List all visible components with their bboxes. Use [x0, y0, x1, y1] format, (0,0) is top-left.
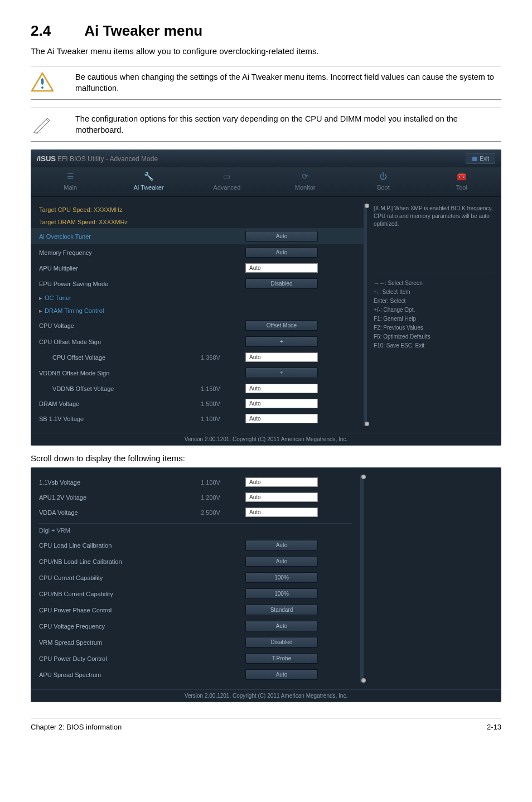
dropdown-value[interactable]: Auto [245, 556, 318, 567]
scrollbar-2[interactable] [360, 475, 364, 683]
setting-row[interactable]: VDDNB Offset Mode Sign+ [31, 365, 364, 381]
setting-label: CPU Power Phase Control [39, 607, 201, 613]
readout-value: 1.500V [201, 400, 245, 407]
setting-row[interactable]: CPU VoltageOffset Mode [31, 317, 364, 334]
setting-row[interactable]: SB 1.1V Voltage1.100VAuto [31, 411, 364, 426]
bios-left-panel: Target CPU Speed: XXXXMHzTarget DRAM Spe… [31, 197, 364, 433]
setting-label: CPU Voltage [39, 322, 201, 329]
input-value[interactable]: Auto [245, 263, 318, 273]
tab-boot[interactable]: ⏻Boot [344, 167, 422, 196]
key-hint: F2: Previous Values [374, 323, 494, 332]
exit-icon [472, 156, 477, 162]
setting-row[interactable]: CPU Offset Voltage1.368VAuto [31, 350, 364, 365]
tab-tool[interactable]: 🧰Tool [423, 167, 501, 196]
dropdown-value[interactable]: Disabled [245, 278, 318, 289]
exit-button[interactable]: Exit [466, 153, 495, 164]
setting-row[interactable]: APU Spread SpectrumAuto [31, 666, 360, 683]
setting-label: Ai Overclock Tuner [39, 233, 201, 240]
scroll-up-icon-2[interactable] [361, 475, 366, 479]
setting-row[interactable]: VRM Spread SpectrumDisabled [31, 634, 360, 650]
input-value[interactable]: Auto [245, 477, 318, 487]
setting-label: 1.1Vsb Voltage [39, 479, 201, 486]
setting-row[interactable]: Ai Overclock TunerAuto [31, 228, 364, 244]
tab-ai-tweaker[interactable]: 🔧Ai Tweaker [109, 167, 187, 196]
tab-main[interactable]: ☰Main [31, 167, 109, 196]
setting-row[interactable]: CPU Power Phase ControlStandard [31, 602, 360, 618]
wrench-icon: 🔧 [109, 172, 187, 182]
key-hint: →←: Select Screen [374, 279, 494, 288]
input-value[interactable]: Auto [245, 492, 318, 502]
dropdown-value[interactable]: T.Probe [245, 653, 318, 664]
key-hint: Enter: Select [374, 297, 494, 306]
page-footer: Chapter 2: BIOS information 2-13 [31, 718, 501, 731]
setting-row[interactable]: CPU Load Line CalibrationAuto [31, 537, 360, 553]
setting-row[interactable]: DRAM Voltage1.500VAuto [31, 396, 364, 411]
dropdown-value[interactable]: Auto [245, 621, 318, 631]
setting-label: Memory Frequency [39, 249, 201, 256]
section-number: 2.4 [31, 22, 81, 40]
scroll-down-icon-2[interactable] [361, 678, 366, 683]
setting-row[interactable]: CPU Power Duty ControlT.Probe [31, 650, 360, 666]
tab-advanced[interactable]: ▭Advanced [188, 167, 266, 196]
setting-row[interactable]: Memory FrequencyAuto [31, 244, 364, 260]
key-hints: →←: Select Screen↑↓: Select ItemEnter: S… [374, 279, 494, 350]
input-value[interactable]: Auto [245, 399, 318, 408]
setting-row[interactable]: CPU Current Capability100% [31, 569, 360, 586]
setting-row[interactable]: 1.1Vsb Voltage1.100VAuto [31, 475, 360, 490]
bios-window-scroll: 1.1Vsb Voltage1.100VAutoAPU1.2V Voltage1… [31, 467, 501, 702]
help-text: [X.M.P.] When XMP is enabled BCLK freque… [374, 205, 494, 273]
setting-row[interactable]: ▸OC Tuner [31, 292, 364, 305]
setting-label: EPU Power Saving Mode [39, 281, 201, 287]
setting-row[interactable]: Target CPU Speed: XXXXMHz [31, 204, 364, 216]
input-value[interactable]: Auto [245, 414, 318, 423]
svg-point-0 [41, 78, 44, 85]
warning-icon [31, 72, 54, 92]
input-value[interactable]: Auto [245, 384, 318, 393]
dropdown-value[interactable]: 100% [245, 572, 318, 583]
bios-right-panel: [X.M.P.] When XMP is enabled BCLK freque… [367, 197, 501, 433]
setting-label: VDDNB Offset Voltage [39, 385, 201, 392]
readout-value: 2.500V [201, 509, 245, 516]
setting-row[interactable]: ▸DRAM Timing Control [31, 305, 364, 317]
setting-label: APU Spread Spectrum [39, 671, 201, 678]
setting-row[interactable]: EPU Power Saving ModeDisabled [31, 276, 364, 292]
tab-monitor[interactable]: ⟳Monitor [266, 167, 344, 196]
setting-label: CPU Power Duty Control [39, 655, 201, 662]
dropdown-value[interactable]: Offset Mode [245, 320, 318, 331]
input-value[interactable]: Auto [245, 508, 318, 517]
dropdown-value[interactable]: + [245, 368, 318, 378]
setting-row[interactable]: APU1.2V Voltage1.200VAuto [31, 490, 360, 505]
dropdown-value[interactable]: Disabled [245, 637, 318, 648]
readout-value: 1.200V [201, 494, 245, 501]
setting-row[interactable]: VDDA Voltage2.500VAuto [31, 505, 360, 520]
footer-right: 2-13 [487, 723, 501, 731]
setting-row[interactable]: Target DRAM Speed: XXXXMHz [31, 216, 364, 228]
dropdown-value[interactable]: + [245, 336, 318, 347]
setting-row[interactable]: VDDNB Offset Voltage1.150VAuto [31, 381, 364, 396]
setting-label: CPU Offset Voltage [39, 354, 201, 361]
setting-row[interactable]: CPU/NB Current Capability100% [31, 586, 360, 602]
warning-text: Be cautious when changing the settings o… [75, 72, 501, 94]
dropdown-value[interactable]: Auto [245, 247, 318, 258]
key-hint: F5: Optimized Defaults [374, 332, 494, 341]
setting-label: VRM Spread Spectrum [39, 639, 201, 646]
dropdown-value[interactable]: Standard [245, 605, 318, 615]
setting-label: CPU Load Line Calibration [39, 542, 201, 549]
readout-value: 1.150V [201, 385, 245, 392]
input-value[interactable]: Auto [245, 352, 318, 362]
note-box: The configuration options for this secti… [31, 108, 501, 142]
setting-row[interactable]: APU MultiplierAuto [31, 260, 364, 276]
dropdown-value[interactable]: 100% [245, 588, 318, 599]
setting-label: Target DRAM Speed: XXXXMHz [39, 219, 201, 225]
dropdown-value[interactable]: Auto [245, 231, 318, 241]
warning-box: Be cautious when changing the settings o… [31, 66, 501, 100]
tab-main-label: Main [64, 184, 77, 191]
setting-row[interactable]: CPU/NB Load Line CalibrationAuto [31, 553, 360, 569]
setting-row[interactable]: CPU Offset Mode Sign+ [31, 334, 364, 350]
setting-label: CPU Voltage Frequency [39, 623, 201, 630]
dropdown-value[interactable]: Auto [245, 540, 318, 550]
dropdown-value[interactable]: Auto [245, 669, 318, 680]
tab-boot-label: Boot [377, 184, 390, 191]
list-icon: ☰ [31, 172, 109, 182]
setting-row[interactable]: CPU Voltage FrequencyAuto [31, 618, 360, 634]
